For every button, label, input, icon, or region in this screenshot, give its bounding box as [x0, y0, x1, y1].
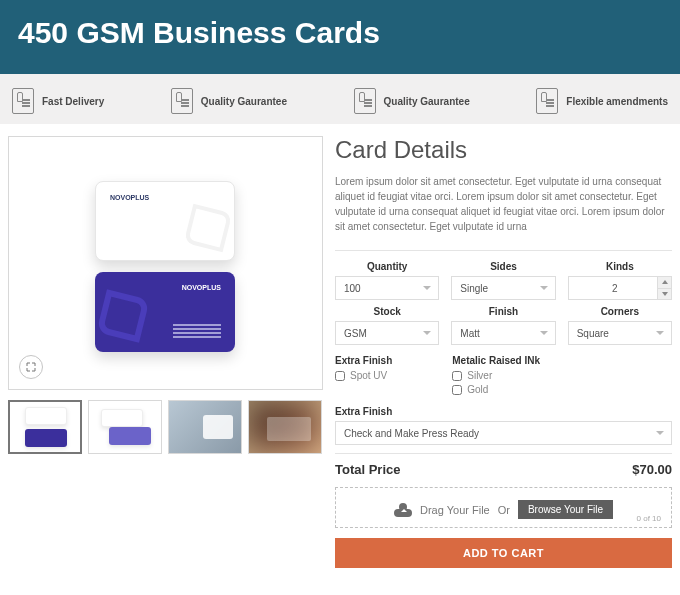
feature-quality-1: Quality Gaurantee: [171, 88, 287, 114]
quantity-select[interactable]: 100: [335, 276, 439, 300]
extra-finish-heading: Extra Finish: [335, 355, 392, 366]
upload-or-text: Or: [498, 504, 510, 516]
feature-bar: Fast Delivery Quality Gaurantee Quality …: [0, 74, 680, 124]
sides-label: Sides: [451, 261, 555, 272]
kinds-label: Kinds: [568, 261, 672, 272]
opt-stock: Stock GSM: [335, 306, 439, 345]
upload-counter: 0 of 10: [637, 514, 661, 523]
page-hero: 450 GSM Business Cards: [0, 0, 680, 74]
product-gallery: NOVOPLUS NOVOPLUS: [8, 136, 323, 454]
silver-input[interactable]: [452, 371, 462, 381]
feature-quality-2: Quality Gaurantee: [354, 88, 470, 114]
corners-select[interactable]: Square: [568, 321, 672, 345]
thumbnail-strip: [8, 400, 323, 454]
checkbox-silver[interactable]: Silver: [452, 370, 540, 381]
checkbox-spot-uv[interactable]: Spot UV: [335, 370, 392, 381]
thumbnail-2[interactable]: [88, 400, 162, 454]
printer-icon: [12, 88, 34, 114]
thumbnail-4[interactable]: [248, 400, 322, 454]
upload-dropzone[interactable]: Drag Your File Or Browse Your File 0 of …: [335, 487, 672, 528]
metallic-ink-group: Metalic Raised INk Silver Gold: [452, 355, 540, 398]
total-label: Total Price: [335, 462, 401, 477]
finish-select[interactable]: Matt: [451, 321, 555, 345]
feature-flexible: Flexible amendments: [536, 88, 668, 114]
printer-icon: [171, 88, 193, 114]
feature-label: Flexible amendments: [566, 96, 668, 107]
total-row: Total Price $70.00: [335, 453, 672, 487]
details-description: Lorem ipsum dolor sit amet consectetur. …: [335, 174, 672, 234]
kinds-step-down[interactable]: [657, 289, 671, 300]
options-grid: Quantity 100 Sides Single Kinds Stock: [335, 250, 672, 345]
details-panel: Card Details Lorem ipsum dolor sit amet …: [335, 136, 672, 568]
feature-fast-delivery: Fast Delivery: [12, 88, 104, 114]
quantity-label: Quantity: [335, 261, 439, 272]
metallic-ink-heading: Metalic Raised INk: [452, 355, 540, 366]
card-mock-front: NOVOPLUS: [95, 181, 235, 261]
extra-finish-2-heading: Extra Finish: [335, 406, 672, 417]
kinds-step-up[interactable]: [657, 277, 671, 289]
extras-row: Extra Finish Spot UV Metalic Raised INk …: [335, 355, 672, 398]
opt-quantity: Quantity 100: [335, 261, 439, 300]
gold-input[interactable]: [452, 385, 462, 395]
thumbnail-3[interactable]: [168, 400, 242, 454]
extra-finish-group: Extra Finish Spot UV: [335, 355, 392, 398]
sides-select[interactable]: Single: [451, 276, 555, 300]
upload-drag-text: Drag Your File: [420, 504, 490, 516]
browse-file-button[interactable]: Browse Your File: [518, 500, 613, 519]
corners-label: Corners: [568, 306, 672, 317]
page-title: 450 GSM Business Cards: [18, 16, 662, 50]
printer-icon: [354, 88, 376, 114]
cloud-upload-icon: [394, 503, 412, 517]
card-mock-back: NOVOPLUS: [95, 272, 235, 352]
zoom-button[interactable]: [19, 355, 43, 379]
extra-finish-2-select[interactable]: Check and Make Press Ready: [335, 421, 672, 445]
opt-finish: Finish Matt: [451, 306, 555, 345]
thumbnail-1[interactable]: [8, 400, 82, 454]
checkbox-gold[interactable]: Gold: [452, 384, 540, 395]
spot-uv-input[interactable]: [335, 371, 345, 381]
main-image[interactable]: NOVOPLUS NOVOPLUS: [8, 136, 323, 390]
feature-label: Quality Gaurantee: [201, 96, 287, 107]
opt-sides: Sides Single: [451, 261, 555, 300]
opt-corners: Corners Square: [568, 306, 672, 345]
opt-kinds: Kinds: [568, 261, 672, 300]
feature-label: Quality Gaurantee: [384, 96, 470, 107]
total-value: $70.00: [632, 462, 672, 477]
add-to-cart-button[interactable]: ADD TO CART: [335, 538, 672, 568]
details-heading: Card Details: [335, 136, 672, 164]
finish-label: Finish: [451, 306, 555, 317]
printer-icon: [536, 88, 558, 114]
stock-label: Stock: [335, 306, 439, 317]
extra-finish-2-group: Extra Finish Check and Make Press Ready: [335, 406, 672, 445]
stock-select[interactable]: GSM: [335, 321, 439, 345]
feature-label: Fast Delivery: [42, 96, 104, 107]
